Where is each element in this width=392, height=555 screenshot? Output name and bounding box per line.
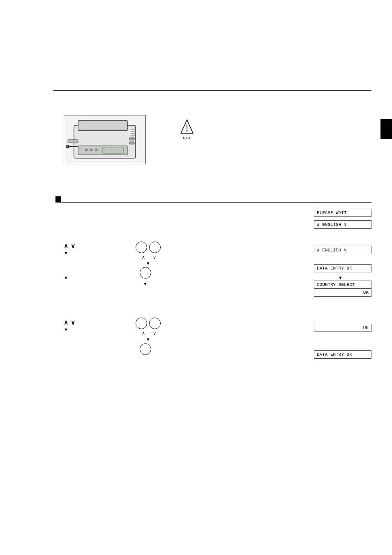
down-caret-1: ∨: [71, 242, 75, 250]
circle-down-label-2: ∨: [147, 331, 156, 336]
country-select-value: UK: [314, 289, 371, 296]
circle-arrow-1: ▼: [146, 261, 150, 266]
section-rule: [55, 202, 371, 203]
display-english-2: ∧ ENGLISH ∨: [314, 246, 371, 254]
circle-pair-2: ∧ ∨ ▼: [136, 318, 161, 342]
display-data-entry-1: DATA ENTRY DK: [314, 264, 371, 272]
circle-down-label-1: ∨: [147, 255, 156, 260]
top-rule: [53, 90, 371, 91]
svg-point-7: [66, 145, 69, 148]
svg-rect-3: [68, 140, 78, 143]
note-icon: Note: [177, 119, 197, 140]
device-illustration: [66, 117, 144, 162]
arrow-indicator-1: ▼: [64, 249, 68, 256]
device-image: [64, 115, 146, 164]
display-please-wait: PLEASE WAIT: [314, 209, 371, 217]
arrow-indicator-2: ▼: [64, 274, 68, 281]
svg-rect-11: [103, 147, 123, 153]
flow-arrow-1: ▼: [338, 274, 343, 281]
arrow-down-3: ▼: [64, 327, 68, 332]
flow-area: PLEASE WAIT ∧ ENGLISH ∨ ∧ ∨ ▼ ∧ ∨ ▼ ∧ EN…: [55, 205, 371, 410]
svg-rect-4: [129, 138, 134, 140]
circle-btn-enter-1[interactable]: [140, 267, 151, 279]
circle-btn-down-2[interactable]: [149, 318, 161, 329]
circle-up-label-1: ∧: [142, 255, 145, 260]
connector-lines: [55, 205, 371, 410]
arrow-indicator-3: ▼: [64, 325, 68, 333]
circle-arrow-2: ▼: [146, 337, 150, 342]
country-select-label: COUNTRY SELECT: [314, 281, 371, 289]
note-symbol: [178, 119, 196, 136]
circle-up-label-2: ∧: [142, 331, 145, 336]
svg-point-10: [95, 149, 97, 151]
country-select-box: COUNTRY SELECT UK: [314, 281, 371, 297]
section-marker: [55, 196, 61, 202]
display-english-1: ∧ ENGLISH ∨: [314, 220, 371, 229]
down-caret-2: ∨: [71, 319, 75, 326]
circle-single-1: [140, 267, 151, 280]
arrow-down-2: ▼: [64, 275, 68, 280]
svg-rect-1: [78, 120, 127, 131]
note-label: Note: [183, 136, 191, 140]
page: Note PLEASE WAIT ∧ ENGLISH ∨ ∧ ∨ ▼ ∧ ∨: [0, 0, 392, 555]
display-data-entry-2: DATA ENTRY DK: [314, 350, 371, 359]
circle-btn-up-1[interactable]: [136, 242, 147, 253]
circle-btn-down-1[interactable]: [149, 242, 161, 253]
circle-btn-enter-2[interactable]: [140, 343, 151, 355]
display-uk-2: UK: [314, 324, 371, 332]
circle-single-1-arrow: ▼: [143, 280, 148, 287]
svg-point-8: [85, 149, 88, 151]
svg-rect-5: [129, 142, 134, 144]
right-tab: [380, 119, 392, 139]
circle-btn-up-2[interactable]: [136, 318, 147, 329]
svg-point-9: [90, 149, 92, 151]
circle-pair-1: ∧ ∨ ▼: [136, 242, 161, 266]
svg-point-18: [186, 130, 187, 131]
circle-single-2: [140, 343, 151, 357]
arrow-down-1: ▼: [64, 251, 68, 256]
